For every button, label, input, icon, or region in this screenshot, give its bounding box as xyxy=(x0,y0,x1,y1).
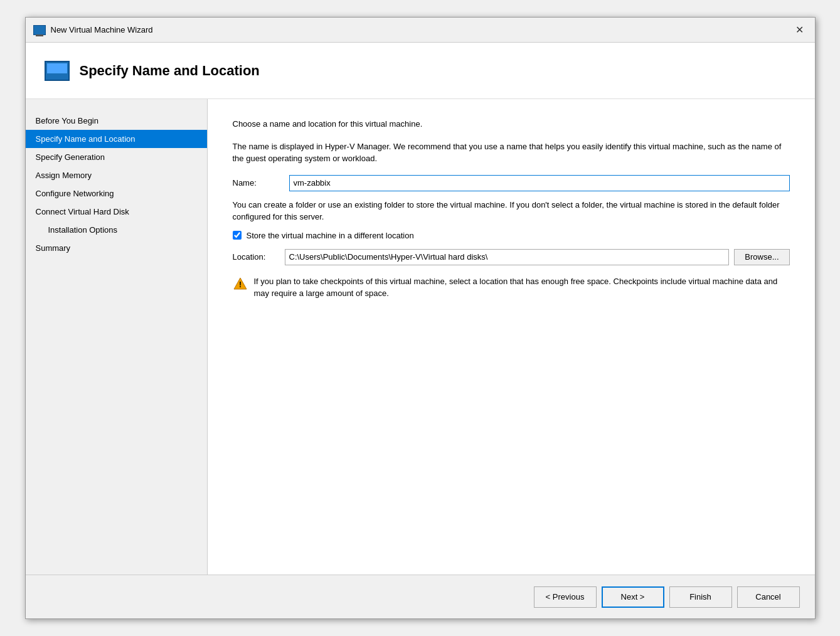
sidebar-item-specify-name-location[interactable]: Specify Name and Location xyxy=(26,130,207,148)
svg-text:!: ! xyxy=(239,280,242,289)
title-bar-left: New Virtual Machine Wizard xyxy=(33,25,153,35)
folder-description: You can create a folder or use an existi… xyxy=(233,199,790,223)
sidebar-item-specify-generation[interactable]: Specify Generation xyxy=(26,148,207,166)
sidebar-item-configure-networking[interactable]: Configure Networking xyxy=(26,184,207,203)
description-2: The name is displayed in Hyper-V Manager… xyxy=(233,140,790,165)
warning-icon: ! xyxy=(233,277,248,292)
content-area: Before You BeginSpecify Name and Locatio… xyxy=(26,99,815,575)
name-label: Name: xyxy=(233,178,289,188)
location-label: Location: xyxy=(233,252,280,262)
cancel-button[interactable]: Cancel xyxy=(737,586,800,608)
location-input[interactable] xyxy=(285,249,730,265)
store-location-checkbox[interactable] xyxy=(233,231,242,240)
store-location-label[interactable]: Store the virtual machine in a different… xyxy=(247,231,414,240)
browse-button[interactable]: Browse... xyxy=(734,249,789,265)
dialog-title: New Virtual Machine Wizard xyxy=(51,25,153,34)
warning-box: ! If you plan to take checkpoints of thi… xyxy=(233,275,790,300)
sidebar-item-assign-memory[interactable]: Assign Memory xyxy=(26,166,207,184)
main-content: Choose a name and location for this virt… xyxy=(208,99,815,575)
previous-button[interactable]: < Previous xyxy=(534,586,597,608)
sidebar-item-installation-options[interactable]: Installation Options xyxy=(26,221,207,239)
warning-text: If you plan to take checkpoints of this … xyxy=(254,275,790,300)
description-1: Choose a name and location for this virt… xyxy=(233,118,790,130)
header-section: Specify Name and Location xyxy=(26,43,815,99)
sidebar-item-summary[interactable]: Summary xyxy=(26,239,207,257)
vm-header-icon xyxy=(45,61,70,81)
next-button[interactable]: Next > xyxy=(602,586,664,608)
sidebar-item-before-you-begin[interactable]: Before You Begin xyxy=(26,112,207,130)
sidebar: Before You BeginSpecify Name and Locatio… xyxy=(26,99,208,575)
footer: < Previous Next > Finish Cancel xyxy=(26,575,815,618)
finish-button[interactable]: Finish xyxy=(669,586,732,608)
name-field-row: Name: xyxy=(233,175,790,191)
page-title: Specify Name and Location xyxy=(80,63,260,79)
title-bar: New Virtual Machine Wizard ✕ xyxy=(26,18,815,43)
store-location-row: Store the virtual machine in a different… xyxy=(233,231,790,240)
name-input[interactable] xyxy=(289,175,790,191)
location-field-row: Location: Browse... xyxy=(233,249,790,265)
vm-icon xyxy=(33,25,46,35)
dialog: New Virtual Machine Wizard ✕ Specify Nam… xyxy=(25,17,816,619)
sidebar-item-connect-virtual-hard-disk[interactable]: Connect Virtual Hard Disk xyxy=(26,203,207,221)
close-button[interactable]: ✕ xyxy=(792,23,807,38)
